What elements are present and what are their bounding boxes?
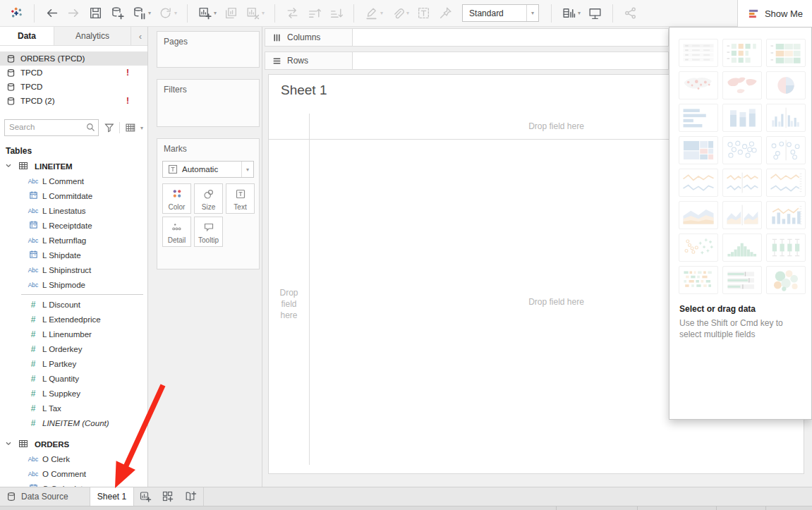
showme-filled-map[interactable] (722, 71, 762, 99)
back-arrow-button[interactable] (44, 6, 59, 20)
search-box[interactable] (4, 119, 99, 136)
showme-scatter-plot[interactable] (679, 233, 718, 262)
rows-shelf-drop[interactable] (353, 52, 668, 69)
field-row[interactable]: #LINEITEM (Count) (0, 415, 147, 430)
showme-area-discrete[interactable] (722, 201, 762, 229)
field-row[interactable]: L Shipdate (0, 248, 147, 262)
field-row[interactable]: AbcL Comment (0, 174, 147, 188)
size-button[interactable]: Size (194, 183, 223, 214)
caret-down-icon[interactable]: ▾ (140, 125, 143, 131)
presentation-mode-button[interactable] (588, 6, 602, 20)
showme-bullet-graph[interactable] (722, 266, 762, 294)
pause-auto-updates-button[interactable]: ▾ (132, 6, 151, 20)
showme-dual-combination[interactable] (766, 201, 806, 229)
tab-sheet-1[interactable]: Sheet 1 (90, 487, 134, 506)
field-row[interactable]: AbcL Returnflag (0, 233, 147, 248)
view-cells-button[interactable]: ▾ (562, 6, 581, 20)
pin-button[interactable] (438, 6, 453, 20)
view-options-icon[interactable] (125, 122, 136, 133)
showme-highlight-table[interactable] (722, 39, 762, 67)
field-row[interactable]: #L Discount (0, 297, 147, 312)
showme-histogram[interactable] (722, 233, 762, 262)
data-source-item[interactable]: TPCD (2)! (0, 94, 147, 108)
data-source-item[interactable]: TPCD (0, 80, 147, 94)
showme-side-by-side-circles[interactable] (766, 136, 806, 164)
showme-packed-bubbles[interactable] (766, 266, 806, 294)
showme-symbol-map[interactable] (679, 71, 718, 99)
tab-analytics[interactable]: Analytics (54, 27, 131, 45)
caret-down-icon[interactable]: ▾ (214, 10, 217, 16)
showme-dual-lines[interactable] (766, 169, 806, 197)
field-row[interactable]: #L Quantity (0, 371, 147, 386)
data-source-item[interactable]: TPCD! (0, 66, 147, 80)
new-worksheet-button[interactable]: ▾ (198, 6, 217, 20)
showme-side-by-side-bars[interactable] (766, 104, 806, 132)
highlight-button[interactable]: ▾ (364, 6, 383, 20)
caret-down-icon[interactable]: ▾ (174, 10, 177, 16)
field-row[interactable]: #L Extendedprice (0, 312, 147, 327)
showme-lines-continuous[interactable] (679, 169, 718, 197)
search-input[interactable] (5, 120, 84, 134)
save-button[interactable] (88, 6, 103, 20)
tab-data-source[interactable]: Data Source (0, 487, 90, 506)
showme-lines-discrete[interactable] (722, 169, 762, 197)
field-row[interactable]: #L Tax (0, 401, 147, 415)
caret-down-icon[interactable]: ▾ (262, 10, 265, 16)
paperclip-button[interactable]: ▾ (390, 6, 409, 20)
text-button[interactable]: Text (226, 183, 255, 214)
detail-button[interactable]: Detail (162, 217, 191, 247)
caret-down-icon[interactable]: ▾ (380, 10, 383, 16)
table-group-orders[interactable]: ORDERS (0, 437, 147, 451)
duplicate-sheet-button[interactable] (224, 6, 238, 20)
share-button[interactable] (623, 6, 638, 20)
sort-descending-button[interactable] (329, 6, 344, 20)
collapse-pane-button[interactable]: ‹ (133, 27, 147, 45)
color-button[interactable]: Color (162, 183, 191, 214)
field-row[interactable]: AbcL Shipinstruct (0, 262, 147, 277)
show-me-button[interactable]: Show Me (737, 0, 812, 27)
field-row[interactable]: AbcL Shipmode (0, 277, 147, 292)
field-row[interactable]: L Commitdate (0, 188, 147, 203)
field-row[interactable]: AbcL Linestatus (0, 203, 147, 218)
forward-arrow-button[interactable] (66, 6, 81, 20)
new-data-source-button[interactable] (110, 6, 125, 20)
field-row[interactable]: AbcO Clerk (0, 451, 147, 466)
field-row[interactable]: #L Orderkey (0, 341, 147, 356)
swap-axes-button[interactable] (285, 6, 300, 20)
data-source-item[interactable]: ORDERS (TPCD) (0, 51, 147, 66)
showme-heat-map[interactable] (766, 39, 806, 67)
tooltip-button[interactable]: Tooltip (194, 217, 223, 247)
showme-gantt[interactable] (679, 266, 718, 294)
field-row[interactable]: #L Partkey (0, 356, 147, 371)
showme-pie-chart[interactable] (766, 71, 806, 99)
showme-stacked-bars[interactable] (722, 104, 762, 132)
field-row[interactable]: AbcO Comment (0, 466, 147, 481)
drop-zone-rows[interactable]: Drop field here (269, 265, 309, 343)
new-story-button[interactable] (179, 487, 202, 506)
pages-shelf[interactable]: Pages (157, 31, 260, 68)
field-row[interactable]: #L Suppkey (0, 386, 147, 401)
showme-text-table[interactable] (679, 39, 718, 67)
showme-treemap[interactable] (679, 136, 718, 164)
caret-down-icon[interactable]: ▾ (148, 10, 151, 16)
refresh-data-button[interactable]: ▾ (158, 6, 177, 20)
sort-ascending-button[interactable] (307, 6, 322, 20)
filter-fields-icon[interactable] (104, 122, 115, 133)
filters-shelf[interactable]: Filters (157, 79, 260, 127)
showme-horizontal-bars[interactable] (679, 104, 718, 132)
new-dashboard-button[interactable] (157, 487, 179, 506)
chevron-down-icon[interactable] (0, 440, 12, 449)
new-worksheet-button[interactable] (134, 487, 157, 506)
mark-type-dropdown[interactable]: Automatic ▾ (162, 161, 254, 178)
showme-area-continuous[interactable] (679, 201, 718, 229)
table-group-lineitem[interactable]: LINEITEM (0, 159, 147, 174)
field-row[interactable]: #L Linenumber (0, 327, 147, 341)
showme-box-and-whisker[interactable] (766, 233, 806, 262)
tab-data[interactable]: Data (0, 27, 54, 45)
clear-sheet-button[interactable]: ▾ (246, 6, 265, 20)
fit-select[interactable]: Standard▾ (462, 4, 539, 22)
caret-down-icon[interactable]: ▾ (578, 10, 581, 16)
field-row[interactable]: L Receiptdate (0, 218, 147, 233)
caret-down-icon[interactable]: ▾ (406, 10, 409, 16)
chevron-down-icon[interactable] (0, 162, 12, 171)
